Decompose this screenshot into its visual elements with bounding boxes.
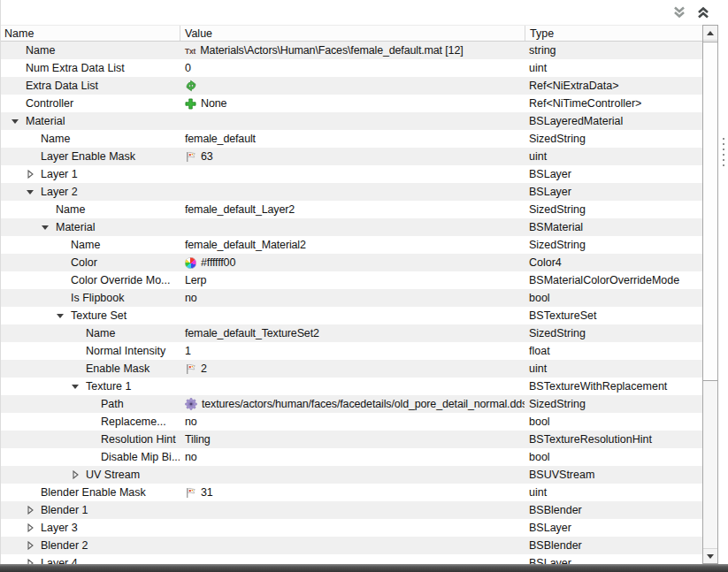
- property-value-cell[interactable]: #ffffff00: [180, 254, 525, 271]
- table-row[interactable]: Blender Enable Mask 31 uint: [1, 484, 702, 501]
- property-value-cell[interactable]: no: [180, 448, 525, 466]
- table-header: Name Value Type: [1, 25, 702, 42]
- double-chevron-up-icon: [696, 5, 710, 19]
- table-row[interactable]: Enable Mask 2 uint: [1, 360, 702, 378]
- bottom-panel-edge: [0, 564, 728, 572]
- table-row[interactable]: Controller None Ref<NiTimeController>: [1, 95, 702, 112]
- table-row[interactable]: Texture 1 BSTextureWithReplacement: [1, 378, 702, 395]
- property-value: Lerp: [185, 274, 206, 286]
- table-row[interactable]: Normal Intensity 1 float: [1, 342, 702, 360]
- refresh-icon: [185, 80, 197, 92]
- table-row[interactable]: Replaceme... no bool: [1, 413, 702, 431]
- property-name: Extra Data List: [26, 80, 98, 92]
- property-value-cell[interactable]: [180, 112, 525, 130]
- table-row[interactable]: Extra Data List Ref<NiExtraData>: [1, 77, 702, 95]
- property-name: Name: [86, 327, 115, 339]
- tree-collapsed-icon[interactable]: [26, 506, 41, 515]
- property-value-cell[interactable]: 2: [180, 360, 525, 378]
- tree-expanded-icon[interactable]: [26, 187, 41, 196]
- property-name: Is Flipbook: [71, 292, 124, 304]
- property-value-cell[interactable]: 31: [180, 484, 525, 501]
- property-value-cell[interactable]: textures/actors/human/faces/facedetails/…: [180, 395, 525, 413]
- property-name: Enable Mask: [86, 362, 149, 375]
- property-type: BSLayer: [525, 165, 702, 183]
- property-value-cell[interactable]: no: [180, 413, 525, 431]
- expand-all-button[interactable]: [671, 4, 688, 21]
- property-value-cell[interactable]: female_default: [180, 130, 525, 148]
- property-value-cell[interactable]: 1: [180, 342, 525, 360]
- scrollbar-thumb[interactable]: [703, 42, 717, 381]
- property-value-cell[interactable]: [180, 537, 525, 554]
- table-row[interactable]: Layer 1 BSLayer: [1, 165, 702, 183]
- property-value-cell[interactable]: [180, 165, 525, 183]
- property-value-cell[interactable]: [180, 466, 525, 484]
- property-type: SizedString: [525, 324, 702, 342]
- vertical-scrollbar[interactable]: [702, 25, 718, 564]
- property-value-cell[interactable]: TxtMaterials\Actors\Human\Faces\female_d…: [180, 42, 525, 59]
- table-row[interactable]: Name female_default_Material2 SizedStrin…: [1, 236, 702, 254]
- tree-expanded-icon[interactable]: [11, 117, 26, 126]
- table-row[interactable]: Is Flipbook no bool: [1, 289, 702, 307]
- property-value: female_default: [185, 133, 256, 145]
- property-value-cell[interactable]: no: [180, 289, 525, 307]
- table-row[interactable]: Path textures/actors/human/faces/facedet…: [1, 395, 702, 413]
- property-value: #ffffff00: [201, 256, 235, 269]
- tree-collapsed-icon[interactable]: [71, 470, 86, 479]
- column-header-type[interactable]: Type: [525, 26, 702, 41]
- table-row[interactable]: Resolution Hint Tiling BSTextureResoluti…: [1, 431, 702, 448]
- property-value-cell[interactable]: [180, 378, 525, 395]
- property-name-cell: Layer 4: [1, 554, 180, 564]
- property-value-cell[interactable]: Lerp: [180, 271, 525, 289]
- table-row[interactable]: Name female_default SizedString: [1, 130, 702, 148]
- property-value-cell[interactable]: [180, 519, 525, 537]
- table-row[interactable]: Blender 2 BSBlender: [1, 537, 702, 554]
- tree-expanded-icon[interactable]: [71, 382, 86, 391]
- property-value-cell[interactable]: female_default_Material2: [180, 236, 525, 254]
- table-row[interactable]: Material BSLayeredMaterial: [1, 112, 702, 130]
- property-value-cell[interactable]: female_default_Layer2: [180, 201, 525, 218]
- property-name-cell: Layer 3: [1, 519, 180, 537]
- tree-collapsed-icon[interactable]: [26, 170, 41, 179]
- table-row[interactable]: Disable Mip Bi... no bool: [1, 448, 702, 466]
- table-row[interactable]: Blender 1 BSBlender: [1, 501, 702, 519]
- table-row[interactable]: Num Extra Data List 0 uint: [1, 59, 702, 77]
- property-type: bool: [525, 289, 702, 307]
- property-value-cell[interactable]: 0: [180, 59, 525, 77]
- property-value-cell[interactable]: Tiling: [180, 431, 525, 448]
- table-row[interactable]: Layer 2 BSLayer: [1, 183, 702, 201]
- double-chevron-down-icon: [672, 5, 686, 19]
- property-value-cell[interactable]: [180, 183, 525, 201]
- column-header-name[interactable]: Name: [1, 26, 180, 41]
- scroll-up-icon[interactable]: [703, 26, 717, 41]
- property-type: BSLayer: [525, 183, 702, 201]
- property-value-cell[interactable]: [180, 307, 525, 324]
- column-header-value[interactable]: Value: [180, 26, 525, 41]
- splitter-grip[interactable]: [723, 138, 724, 170]
- property-value-cell[interactable]: female_default_TextureSet2: [180, 324, 525, 342]
- table-row[interactable]: UV Stream BSUVStream: [1, 466, 702, 484]
- property-value-cell[interactable]: [180, 218, 525, 236]
- property-name: Name: [41, 133, 70, 145]
- table-row[interactable]: Name TxtMaterials\Actors\Human\Faces\fem…: [1, 42, 702, 59]
- property-value-cell[interactable]: [180, 554, 525, 564]
- table-row[interactable]: Color #ffffff00 Color4: [1, 254, 702, 271]
- property-value-cell[interactable]: [180, 77, 525, 95]
- table-row[interactable]: Name female_default_TextureSet2 SizedStr…: [1, 324, 702, 342]
- table-row[interactable]: Layer 3 BSLayer: [1, 519, 702, 537]
- tree-collapsed-icon[interactable]: [26, 523, 41, 532]
- table-row[interactable]: Name female_default_Layer2 SizedString: [1, 201, 702, 218]
- property-value-cell[interactable]: None: [180, 95, 525, 112]
- property-type: BSMaterial: [525, 218, 702, 236]
- table-row[interactable]: Texture Set BSTextureSet: [1, 307, 702, 324]
- table-row[interactable]: Material BSMaterial: [1, 218, 702, 236]
- table-row[interactable]: Layer 4 BSLayer: [1, 554, 702, 564]
- property-value-cell[interactable]: [180, 501, 525, 519]
- tree-expanded-icon[interactable]: [56, 311, 71, 320]
- tree-expanded-icon[interactable]: [41, 223, 56, 232]
- tree-collapsed-icon[interactable]: [26, 541, 41, 550]
- collapse-all-button[interactable]: [694, 4, 712, 21]
- table-row[interactable]: Layer Enable Mask 63 uint: [1, 148, 702, 165]
- table-row[interactable]: Color Override Mo... Lerp BSMaterialColo…: [1, 271, 702, 289]
- scroll-down-icon[interactable]: [703, 548, 717, 563]
- property-value-cell[interactable]: 63: [180, 148, 525, 165]
